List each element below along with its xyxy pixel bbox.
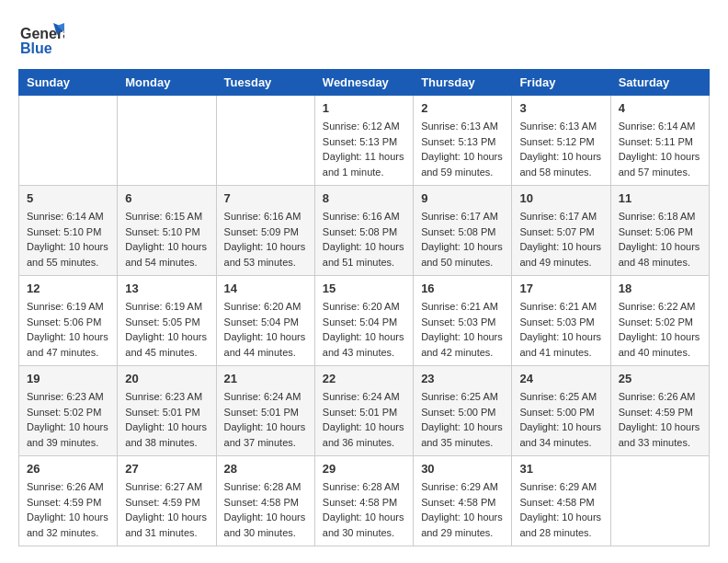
day-info: Sunrise: 6:18 AMSunset: 5:06 PMDaylight:… (619, 209, 701, 270)
day-number: 31 (519, 462, 602, 476)
day-info: Sunrise: 6:28 AMSunset: 4:58 PMDaylight:… (323, 479, 405, 540)
day-number: 26 (27, 462, 109, 476)
day-info: Sunrise: 6:17 AMSunset: 5:08 PMDaylight:… (421, 209, 504, 270)
header-day-monday: Monday (118, 70, 216, 96)
header-day-friday: Friday (512, 70, 610, 96)
calendar-cell (610, 456, 709, 546)
day-info: Sunrise: 6:13 AMSunset: 5:12 PMDaylight:… (519, 119, 602, 179)
calendar-cell: 18 Sunrise: 6:22 AMSunset: 5:02 PMDaylig… (610, 276, 709, 366)
day-number: 8 (323, 191, 405, 205)
day-number: 21 (224, 372, 307, 385)
day-info: Sunrise: 6:24 AMSunset: 5:01 PMDaylight:… (224, 389, 307, 450)
calendar-cell: 20 Sunrise: 6:23 AMSunset: 5:01 PMDaylig… (118, 366, 216, 456)
day-number: 25 (619, 372, 701, 385)
calendar-cell: 14 Sunrise: 6:20 AMSunset: 5:04 PMDaylig… (216, 276, 314, 366)
day-info: Sunrise: 6:23 AMSunset: 5:02 PMDaylight:… (27, 389, 109, 450)
day-number: 1 (323, 101, 405, 115)
calendar-cell: 28 Sunrise: 6:28 AMSunset: 4:58 PMDaylig… (216, 456, 314, 546)
day-info: Sunrise: 6:16 AMSunset: 5:09 PMDaylight:… (224, 209, 307, 270)
calendar-cell: 15 Sunrise: 6:20 AMSunset: 5:04 PMDaylig… (314, 276, 413, 366)
calendar-cell: 12 Sunrise: 6:19 AMSunset: 5:06 PMDaylig… (19, 276, 118, 366)
calendar-week-4: 19 Sunrise: 6:23 AMSunset: 5:02 PMDaylig… (19, 366, 710, 456)
calendar-cell: 6 Sunrise: 6:15 AMSunset: 5:10 PMDayligh… (118, 186, 216, 276)
day-info: Sunrise: 6:14 AMSunset: 5:10 PMDaylight:… (27, 209, 109, 270)
page-header: General Blue (18, 18, 710, 60)
day-info: Sunrise: 6:26 AMSunset: 4:59 PMDaylight:… (619, 389, 701, 450)
calendar-cell: 8 Sunrise: 6:16 AMSunset: 5:08 PMDayligh… (314, 186, 413, 276)
day-number: 30 (421, 462, 504, 476)
day-number: 3 (519, 101, 602, 115)
day-number: 17 (519, 282, 602, 295)
day-info: Sunrise: 6:21 AMSunset: 5:03 PMDaylight:… (421, 299, 504, 360)
day-info: Sunrise: 6:22 AMSunset: 5:02 PMDaylight:… (619, 299, 701, 360)
day-number: 2 (421, 101, 504, 115)
day-number: 18 (619, 282, 701, 295)
day-info: Sunrise: 6:24 AMSunset: 5:01 PMDaylight:… (323, 389, 405, 450)
calendar-cell: 17 Sunrise: 6:21 AMSunset: 5:03 PMDaylig… (512, 276, 610, 366)
day-info: Sunrise: 6:20 AMSunset: 5:04 PMDaylight:… (323, 299, 405, 360)
calendar-week-5: 26 Sunrise: 6:26 AMSunset: 4:59 PMDaylig… (19, 456, 710, 546)
calendar-header-row: SundayMondayTuesdayWednesdayThursdayFrid… (19, 70, 710, 96)
calendar-cell: 4 Sunrise: 6:14 AMSunset: 5:11 PMDayligh… (610, 96, 709, 186)
logo: General Blue (18, 18, 64, 60)
day-number: 5 (27, 191, 109, 205)
day-number: 23 (421, 372, 504, 385)
day-number: 27 (125, 462, 208, 476)
calendar-cell (19, 96, 118, 186)
day-info: Sunrise: 6:20 AMSunset: 5:04 PMDaylight:… (224, 299, 307, 360)
calendar-cell: 30 Sunrise: 6:29 AMSunset: 4:58 PMDaylig… (414, 456, 512, 546)
day-info: Sunrise: 6:16 AMSunset: 5:08 PMDaylight:… (323, 209, 405, 270)
day-number: 22 (323, 372, 405, 385)
calendar-week-2: 5 Sunrise: 6:14 AMSunset: 5:10 PMDayligh… (19, 186, 710, 276)
calendar-cell: 9 Sunrise: 6:17 AMSunset: 5:08 PMDayligh… (414, 186, 512, 276)
day-number: 14 (224, 282, 307, 295)
header-day-saturday: Saturday (610, 70, 709, 96)
calendar-cell: 19 Sunrise: 6:23 AMSunset: 5:02 PMDaylig… (19, 366, 118, 456)
day-number: 20 (125, 372, 208, 385)
header-day-sunday: Sunday (19, 70, 118, 96)
day-number: 28 (224, 462, 307, 476)
calendar-cell: 25 Sunrise: 6:26 AMSunset: 4:59 PMDaylig… (610, 366, 709, 456)
day-info: Sunrise: 6:13 AMSunset: 5:13 PMDaylight:… (421, 119, 504, 179)
calendar-cell: 11 Sunrise: 6:18 AMSunset: 5:06 PMDaylig… (610, 186, 709, 276)
day-info: Sunrise: 6:21 AMSunset: 5:03 PMDaylight:… (519, 299, 602, 360)
day-number: 10 (519, 191, 602, 205)
day-info: Sunrise: 6:23 AMSunset: 5:01 PMDaylight:… (125, 389, 208, 450)
header-day-wednesday: Wednesday (314, 70, 413, 96)
day-number: 16 (421, 282, 504, 295)
calendar-cell: 23 Sunrise: 6:25 AMSunset: 5:00 PMDaylig… (414, 366, 512, 456)
day-number: 7 (224, 191, 307, 205)
day-info: Sunrise: 6:29 AMSunset: 4:58 PMDaylight:… (421, 479, 504, 540)
calendar-cell: 3 Sunrise: 6:13 AMSunset: 5:12 PMDayligh… (512, 96, 610, 186)
day-number: 15 (323, 282, 405, 295)
calendar-cell: 13 Sunrise: 6:19 AMSunset: 5:05 PMDaylig… (118, 276, 216, 366)
day-number: 19 (27, 372, 109, 385)
calendar-cell: 10 Sunrise: 6:17 AMSunset: 5:07 PMDaylig… (512, 186, 610, 276)
day-info: Sunrise: 6:28 AMSunset: 4:58 PMDaylight:… (224, 479, 307, 540)
day-info: Sunrise: 6:26 AMSunset: 4:59 PMDaylight:… (27, 479, 109, 540)
calendar-table: SundayMondayTuesdayWednesdayThursdayFrid… (18, 69, 710, 546)
day-number: 12 (27, 282, 109, 295)
day-info: Sunrise: 6:19 AMSunset: 5:06 PMDaylight:… (27, 299, 109, 360)
day-number: 29 (323, 462, 405, 476)
logo-icon: General Blue (18, 18, 64, 60)
day-info: Sunrise: 6:12 AMSunset: 5:13 PMDaylight:… (323, 119, 405, 179)
day-info: Sunrise: 6:27 AMSunset: 4:59 PMDaylight:… (125, 479, 208, 540)
header-day-thursday: Thursday (414, 70, 512, 96)
day-info: Sunrise: 6:15 AMSunset: 5:10 PMDaylight:… (125, 209, 208, 270)
calendar-cell: 21 Sunrise: 6:24 AMSunset: 5:01 PMDaylig… (216, 366, 314, 456)
day-number: 11 (619, 191, 701, 205)
day-number: 6 (125, 191, 208, 205)
header-day-tuesday: Tuesday (216, 70, 314, 96)
calendar-cell: 16 Sunrise: 6:21 AMSunset: 5:03 PMDaylig… (414, 276, 512, 366)
day-info: Sunrise: 6:25 AMSunset: 5:00 PMDaylight:… (519, 389, 602, 450)
calendar-week-3: 12 Sunrise: 6:19 AMSunset: 5:06 PMDaylig… (19, 276, 710, 366)
calendar-cell: 31 Sunrise: 6:29 AMSunset: 4:58 PMDaylig… (512, 456, 610, 546)
calendar-cell: 7 Sunrise: 6:16 AMSunset: 5:09 PMDayligh… (216, 186, 314, 276)
day-number: 9 (421, 191, 504, 205)
calendar-week-1: 1 Sunrise: 6:12 AMSunset: 5:13 PMDayligh… (19, 96, 710, 186)
calendar-cell: 2 Sunrise: 6:13 AMSunset: 5:13 PMDayligh… (414, 96, 512, 186)
day-number: 13 (125, 282, 208, 295)
svg-text:Blue: Blue (20, 40, 52, 56)
calendar-cell: 1 Sunrise: 6:12 AMSunset: 5:13 PMDayligh… (314, 96, 413, 186)
